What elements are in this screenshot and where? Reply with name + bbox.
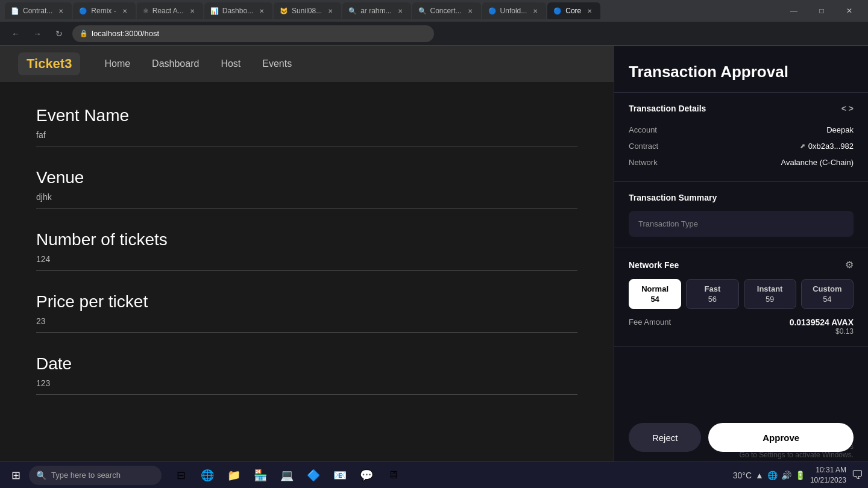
tab-close-icon[interactable]: ✕ <box>257 6 266 16</box>
form-label-3: Price per ticket <box>36 292 577 311</box>
network-row: Network Avalanche (C-Chain) <box>629 154 854 170</box>
transaction-summary-section: Transaction Summary Transaction Type <box>614 182 868 248</box>
volume-icon[interactable]: 🔊 <box>781 471 791 480</box>
url-lock-icon: 🔒 <box>80 30 88 37</box>
address-bar: ← → ↻ 🔒 localhost:3000/host <box>0 22 868 46</box>
form-group-2: Number of tickets 124 <box>36 230 577 271</box>
taskbar: ⊞ 🔍 Type here to search ⊟🌐📁🏪💻🔷📧💬🖥 30°C ▲… <box>0 461 868 488</box>
transaction-type-text: Transaction Type <box>638 219 698 228</box>
tab-close-icon[interactable]: ✕ <box>120 6 130 16</box>
start-button[interactable]: ⊞ <box>5 465 27 486</box>
tab-close-icon[interactable]: ✕ <box>326 6 335 16</box>
browser-chrome: 📄Contrat...✕🔵Remix -✕⚛React A...✕📊Dashbo… <box>0 0 868 46</box>
network-fee-header: Network Fee ⚙ <box>629 259 854 271</box>
tab-favicon: 🐱 <box>280 7 288 15</box>
browser-tab-tab4[interactable]: 📊Dashbo...✕ <box>204 2 272 19</box>
browser-tab-tab6[interactable]: 🔍ar rahm...✕ <box>342 2 410 19</box>
temp-icon: 30°C <box>733 471 752 480</box>
browser-tab-tab7[interactable]: 🔍Concert...✕ <box>412 2 481 19</box>
browser-tab-tab5[interactable]: 🐱Sunil08...✕ <box>274 2 341 19</box>
tab-favicon: ⚛ <box>143 7 149 15</box>
form-value-1: djhk <box>36 192 577 208</box>
reload-button[interactable]: ↻ <box>51 25 68 42</box>
taskbar-item-mail[interactable]: 📧 <box>328 465 352 486</box>
core-panel: Transaction Approval Transaction Details… <box>614 46 868 461</box>
taskbar-clock[interactable]: 10:31 AM 10/21/2023 <box>810 465 846 486</box>
fee-amount-value: 0.0139524 AVAX $0.13 <box>790 318 854 336</box>
close-button[interactable]: ✕ <box>835 0 863 22</box>
fee-option-value: 56 <box>690 295 734 304</box>
fee-option-custom[interactable]: Custom54 <box>801 279 854 309</box>
taskbar-item-vscode[interactable]: 💻 <box>275 465 299 486</box>
browser-tab-tab1[interactable]: 📄Contrat...✕ <box>5 2 72 19</box>
battery-icon[interactable]: 🔋 <box>795 471 805 480</box>
site-form-content: Event Name faf Venue djhk Number of tick… <box>0 82 614 461</box>
account-row: Account Deepak <box>629 122 854 138</box>
taskbar-search[interactable]: 🔍 Type here to search <box>29 466 162 485</box>
approve-button[interactable]: Approve <box>708 423 854 452</box>
nav-link-dashboard[interactable]: Dashboard <box>152 58 199 69</box>
tab-close-icon[interactable]: ✕ <box>465 6 475 16</box>
taskbar-item-window[interactable]: 🖥 <box>381 465 405 486</box>
fee-avax: 0.0139524 AVAX <box>790 318 854 327</box>
website-content: Ticket3 HomeDashboardHostEvents Event Na… <box>0 46 614 461</box>
fee-option-name: Instant <box>748 284 792 293</box>
network-icon[interactable]: 🌐 <box>767 471 778 480</box>
back-button[interactable]: ← <box>7 25 24 42</box>
taskbar-item-chrome[interactable]: 🔷 <box>301 465 326 486</box>
clock-time: 10:31 AM <box>810 465 846 475</box>
fee-option-value: 54 <box>633 295 677 304</box>
forward-button[interactable]: → <box>29 25 46 42</box>
fee-option-normal[interactable]: Normal54 <box>629 279 681 309</box>
reject-button[interactable]: Reject <box>629 423 701 452</box>
nav-link-home[interactable]: Home <box>104 58 130 69</box>
tab-label: Sunil08... <box>292 7 322 15</box>
browser-tab-tab3[interactable]: ⚛React A...✕ <box>137 2 203 19</box>
fee-option-value: 59 <box>748 295 792 304</box>
form-group-4: Date 123 <box>36 354 577 395</box>
account-label: Account <box>629 125 657 134</box>
nav-link-host[interactable]: Host <box>221 58 241 69</box>
browser-tab-tab9[interactable]: 🔵Core✕ <box>547 2 600 19</box>
transaction-details-section: Transaction Details < > Account Deepak C… <box>614 93 868 182</box>
gear-icon[interactable]: ⚙ <box>845 259 854 271</box>
panel-footer: Reject Approve <box>614 413 868 461</box>
taskbar-item-file-explorer[interactable]: 📁 <box>222 465 246 486</box>
tab-label: React A... <box>153 7 184 15</box>
contract-row: Contract ⬈ 0xb2a3...982 <box>629 138 854 154</box>
tab-close-icon[interactable]: ✕ <box>530 6 540 16</box>
tab-close-icon[interactable]: ✕ <box>56 6 66 16</box>
taskbar-item-whatsapp[interactable]: 💬 <box>354 465 379 486</box>
maximize-button[interactable]: □ <box>808 0 835 22</box>
tab-favicon: 🔍 <box>418 7 427 15</box>
clock-date: 10/21/2023 <box>810 475 846 486</box>
browser-tab-tab2[interactable]: 🔵Remix -✕ <box>73 2 135 19</box>
tab-favicon: 🔍 <box>348 7 357 15</box>
form-group-0: Event Name faf <box>36 106 577 146</box>
transaction-details-title: Transaction Details < > <box>629 104 854 113</box>
fee-option-fast[interactable]: Fast56 <box>686 279 738 309</box>
site-logo: Ticket3 <box>18 52 80 75</box>
form-value-0: faf <box>36 130 577 146</box>
tab-close-icon[interactable]: ✕ <box>395 6 405 16</box>
minimize-button[interactable]: — <box>780 0 808 22</box>
tab-close-icon[interactable]: ✕ <box>585 6 594 16</box>
fee-amount-row: Fee Amount 0.0139524 AVAX $0.13 <box>629 318 854 336</box>
taskbar-item-task-view[interactable]: ⊟ <box>169 465 193 486</box>
taskbar-item-edge[interactable]: 🌐 <box>195 465 219 486</box>
taskbar-pinned-items: ⊟🌐📁🏪💻🔷📧💬🖥 <box>169 465 405 486</box>
notification-center[interactable]: 🗨 <box>851 468 863 482</box>
form-value-3: 23 <box>36 316 577 333</box>
wifi-icon[interactable]: ▲ <box>755 471 764 480</box>
transaction-details-chevron[interactable]: < > <box>841 104 854 113</box>
fee-options: Normal54Fast56Instant59Custom54 <box>629 279 854 309</box>
external-link-icon[interactable]: ⬈ <box>800 142 805 150</box>
taskbar-sys-icons: 30°C ▲ 🌐 🔊 🔋 <box>733 471 805 480</box>
network-label: Network <box>629 158 658 167</box>
nav-link-events[interactable]: Events <box>262 58 292 69</box>
fee-option-instant[interactable]: Instant59 <box>744 279 796 309</box>
taskbar-item-store[interactable]: 🏪 <box>248 465 272 486</box>
url-bar[interactable]: 🔒 localhost:3000/host <box>72 25 434 42</box>
browser-tab-tab8[interactable]: 🔵Unfold...✕ <box>482 2 547 19</box>
tab-close-icon[interactable]: ✕ <box>187 6 197 16</box>
